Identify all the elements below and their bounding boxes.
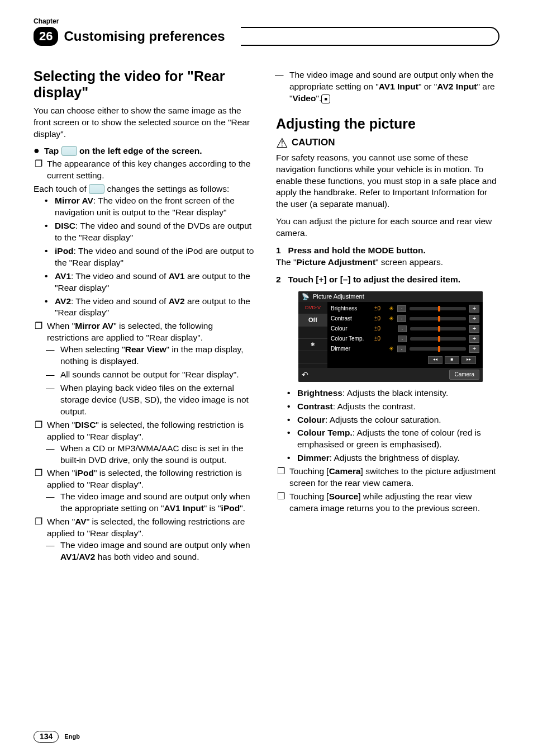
side-3[interactable] xyxy=(298,327,327,339)
each-touch-line: Each touch of changes the settings as fo… xyxy=(34,183,257,195)
carryover-dash: The video image and sound are output onl… xyxy=(276,69,499,105)
back-icon[interactable]: ↶ xyxy=(302,370,308,380)
language-code: Engb xyxy=(64,733,80,741)
rear-key-icon xyxy=(61,146,77,156)
left-column: Selecting the video for "Rear display" Y… xyxy=(34,68,257,565)
stop-icon: ■ xyxy=(321,94,330,103)
option-mirror-av: Mirror AV: The video on the front screen… xyxy=(55,195,257,219)
tap-post: on the left edge of the screen. xyxy=(77,146,202,155)
caution-label: CAUTION xyxy=(292,136,335,149)
row-dimmer: Dimmer☀-+ xyxy=(331,344,479,354)
tap-note-list: The appearance of this key changes accor… xyxy=(34,158,257,182)
step-1-result: The "Picture Adjustment" screen appears. xyxy=(276,257,499,268)
tap-note: The appearance of this key changes accor… xyxy=(47,158,257,182)
when-av: When "AV" is selected, the following res… xyxy=(47,516,257,563)
chapter-number-badge: 26 xyxy=(34,27,58,46)
page-footer: 134 Engb xyxy=(34,731,80,743)
right-column: The video image and sound are output onl… xyxy=(276,68,499,565)
row-colour: Colour±0-+ xyxy=(331,324,479,334)
chapter-cap xyxy=(241,27,499,46)
tap-pre: Tap xyxy=(44,146,61,155)
plus-button[interactable]: + xyxy=(469,315,479,323)
next-button[interactable]: ▸▸ xyxy=(461,356,476,364)
option-av1: AV1: The video and sound of AV1 are outp… xyxy=(55,271,257,294)
when-disc: When "DISC" is selected, the following r… xyxy=(47,419,257,466)
minus-button[interactable]: - xyxy=(397,305,406,312)
minus-button[interactable]: - xyxy=(398,325,407,332)
row-colour-temp: Colour Temp.±0-+ xyxy=(331,334,479,344)
adjust-intro: You can adjust the picture for each sour… xyxy=(276,216,499,239)
chapter-label: Chapter xyxy=(34,17,499,26)
restrictions-list: When "Mirror AV" is selected, the follow… xyxy=(34,320,257,563)
shot-title: 📡Picture Adjustment xyxy=(298,291,483,302)
plus-button[interactable]: + xyxy=(469,325,479,333)
option-disc: DISC: The video and sound of the DVDs ar… xyxy=(55,220,257,244)
side-4[interactable]: ✱ xyxy=(298,339,327,351)
caution-body: For safety reasons, you cannot use some … xyxy=(276,152,499,211)
minus-button[interactable]: - xyxy=(397,346,406,352)
stop-button[interactable]: ■ xyxy=(445,356,459,364)
chapter-header: 26 Customising preferences xyxy=(34,27,499,46)
option-ipod: iPod: The video and sound of the iPod ar… xyxy=(55,245,257,269)
option-av2: AV2: The video and sound of AV2 are outp… xyxy=(55,296,257,319)
camera-button[interactable]: Camera xyxy=(449,370,479,380)
mirror-dashes: When selecting "Rear View" in the map di… xyxy=(47,344,257,418)
adjust-notes: Touching [Camera] switches to the pictur… xyxy=(276,466,499,514)
page-number: 134 xyxy=(34,731,59,743)
minus-button[interactable]: - xyxy=(397,315,406,322)
row-contrast: Contrast±0☀-+ xyxy=(331,314,479,324)
step-2: 2 Touch [+] or [–] to adjust the desired… xyxy=(276,274,499,286)
plus-button[interactable]: + xyxy=(469,345,479,353)
adjust-items-list: Brightness: Adjusts the black intensity.… xyxy=(276,388,499,465)
prev-button[interactable]: ◂◂ xyxy=(428,356,442,364)
section-heading-adjusting: Adjusting the picture xyxy=(276,116,499,132)
rear-key-icon-2 xyxy=(89,184,104,194)
when-mirror: When "Mirror AV" is selected, the follow… xyxy=(47,320,257,417)
caution-row: ⚠ CAUTION xyxy=(276,136,499,150)
side-5[interactable] xyxy=(298,351,327,363)
row-brightness: Brightness±0☀-+ xyxy=(331,304,479,314)
minus-button[interactable]: - xyxy=(398,336,407,342)
step-1: 1 Press and hold the MODE button. xyxy=(276,245,499,257)
picture-adjustment-screenshot: 📡Picture Adjustment DVD-V Off ✱ Brightne… xyxy=(298,291,483,382)
side-dvdv[interactable]: DVD-V xyxy=(298,302,327,314)
tap-step: ● Tap on the left edge of the screen. xyxy=(34,145,257,157)
shot-sidebar: DVD-V Off ✱ xyxy=(298,302,327,368)
rear-display-intro: You can choose either to show the same i… xyxy=(34,105,257,140)
chapter-title: Customising preferences xyxy=(64,27,235,45)
bullet-icon: ● xyxy=(34,145,40,157)
section-heading-rear-display: Selecting the video for "Rear display" xyxy=(34,68,257,101)
side-off[interactable]: Off xyxy=(298,314,327,327)
plus-button[interactable]: + xyxy=(469,305,479,313)
when-ipod: When "iPod" is selected, the following r… xyxy=(47,467,257,514)
plus-button[interactable]: + xyxy=(469,335,479,343)
options-list: Mirror AV: The video on the front screen… xyxy=(34,195,257,319)
caution-icon: ⚠ xyxy=(276,136,288,150)
